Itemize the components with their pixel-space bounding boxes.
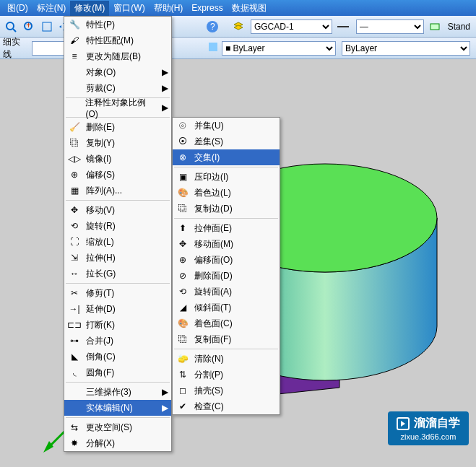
text-style-icon[interactable] bbox=[427, 18, 443, 35]
mi-separate[interactable]: ⇅分割(P) bbox=[173, 367, 280, 383]
separate-icon: ⇅ bbox=[176, 369, 190, 380]
mi-taper-face[interactable]: ◢倾斜面(T) bbox=[173, 300, 280, 315]
mi-fillet[interactable]: ◟圆角(F) bbox=[64, 365, 171, 380]
menu-bar: 图(D) 标注(N) 修改(M) 窗口(W) 帮助(H) Express 数据视… bbox=[0, 0, 476, 16]
mi-copy-edge[interactable]: ⿻复制边(D) bbox=[173, 201, 280, 217]
mi-change-space[interactable]: ⇆更改空间(S) bbox=[64, 419, 171, 435]
menu-dimension[interactable]: 标注(N) bbox=[33, 1, 71, 16]
linetype-brush-icon[interactable] bbox=[335, 18, 352, 35]
rotate-icon: ⟲ bbox=[67, 220, 82, 232]
imprint-icon: ▣ bbox=[176, 171, 190, 183]
help-icon[interactable]: ? bbox=[204, 18, 220, 35]
explode-icon: ✸ bbox=[67, 437, 82, 449]
mi-move[interactable]: ✥移动(V) bbox=[64, 202, 171, 218]
mi-change-bylayer[interactable]: ≡更改为随层(B) bbox=[64, 48, 171, 64]
menu-modify[interactable]: 修改(M) bbox=[70, 1, 109, 16]
mi-move-face[interactable]: ✥移动面(M) bbox=[173, 236, 280, 252]
join-icon: ⊶ bbox=[67, 335, 82, 346]
color-edge-icon: 🎨 bbox=[176, 187, 190, 198]
mi-intersect[interactable]: ⊗交集(I) bbox=[173, 149, 280, 165]
mi-lengthen[interactable]: ↔拉长(G) bbox=[64, 266, 171, 281]
mi-subtract[interactable]: ⦿差集(S) bbox=[173, 134, 280, 149]
mi-offset[interactable]: ⊕偏移(S) bbox=[64, 167, 171, 183]
check-icon: ✔ bbox=[176, 401, 190, 412]
menu-express[interactable]: Express bbox=[187, 1, 227, 14]
mi-copy-face[interactable]: ⿻复制面(F) bbox=[173, 331, 280, 347]
mi-join[interactable]: ⊶合并(J) bbox=[64, 333, 171, 349]
mi-stretch[interactable]: ⇲拉伸(H) bbox=[64, 250, 171, 266]
trim-icon: ✂ bbox=[67, 287, 82, 299]
union-icon: ⦾ bbox=[176, 120, 190, 131]
layer-select[interactable]: GGCAD-1 bbox=[251, 19, 332, 34]
delete-face-icon: ⊘ bbox=[176, 270, 190, 281]
mi-array[interactable]: ▦阵列(A)... bbox=[64, 183, 171, 198]
menu-dataview[interactable]: 数据视图 bbox=[228, 1, 271, 16]
mi-clip[interactable]: 剪裁(C)▶ bbox=[64, 80, 171, 96]
chamfer-icon: ◣ bbox=[67, 351, 82, 362]
mi-explode[interactable]: ✸分解(X) bbox=[64, 435, 171, 451]
submenu-arrow-icon: ▶ bbox=[162, 102, 168, 113]
mirror-icon: ◁▷ bbox=[67, 153, 82, 165]
mi-color-face[interactable]: 🎨着色面(C) bbox=[173, 315, 280, 331]
mi-union[interactable]: ⦾并集(U) bbox=[173, 118, 280, 134]
submenu-arrow-icon: ▶ bbox=[162, 67, 168, 77]
svg-text:+: + bbox=[26, 21, 31, 30]
mi-mirror[interactable]: ◁▷镜像(I) bbox=[64, 151, 171, 167]
mi-solid-editing[interactable]: 实体编辑(N)▶ bbox=[64, 400, 171, 416]
color-face-icon: 🎨 bbox=[176, 318, 190, 329]
mi-color-edge[interactable]: 🎨着色边(L) bbox=[173, 185, 280, 201]
mi-chamfer[interactable]: ◣倒角(C) bbox=[64, 349, 171, 365]
offset-icon: ⊕ bbox=[67, 169, 82, 180]
extend-icon: →| bbox=[67, 303, 82, 315]
zoom-extents-icon[interactable] bbox=[38, 18, 55, 35]
watermark-brand: 溜溜自学 bbox=[414, 416, 460, 431]
svg-text:?: ? bbox=[210, 22, 215, 32]
layer-icon[interactable] bbox=[230, 18, 246, 35]
color-select[interactable]: ■ ByLayer bbox=[222, 41, 336, 56]
zoom-window-icon[interactable] bbox=[3, 18, 20, 35]
mi-rotate-face[interactable]: ⟲旋转面(A) bbox=[173, 284, 280, 300]
intersect-icon: ⊗ bbox=[176, 152, 190, 163]
mi-break[interactable]: ⊏⊐打断(K) bbox=[64, 317, 171, 333]
mi-check[interactable]: ✔检查(C) bbox=[173, 398, 280, 414]
svg-rect-4 bbox=[43, 22, 51, 31]
menu-help[interactable]: 帮助(H) bbox=[150, 1, 188, 16]
copy-icon: ⿻ bbox=[67, 137, 82, 149]
fillet-icon: ◟ bbox=[67, 367, 82, 378]
color-prop-icon[interactable] bbox=[207, 41, 219, 55]
mi-properties[interactable]: 🔧特性(P) bbox=[64, 17, 171, 32]
mi-offset-face[interactable]: ⊕偏移面(O) bbox=[173, 252, 280, 268]
mi-trim[interactable]: ✂修剪(T) bbox=[64, 285, 171, 301]
mi-extrude-face[interactable]: ⬆拉伸面(E) bbox=[173, 220, 280, 236]
menu-window[interactable]: 窗口(W) bbox=[109, 1, 149, 16]
move-icon: ✥ bbox=[67, 204, 82, 216]
watermark-badge: 溜溜自学 zixue.3d66.com bbox=[388, 411, 469, 445]
mi-object[interactable]: 对象(O)▶ bbox=[64, 64, 171, 80]
mi-erase[interactable]: 🧹删除(E) bbox=[64, 119, 171, 135]
bylayer-icon: ≡ bbox=[67, 51, 82, 62]
lengthen-icon: ↔ bbox=[67, 268, 82, 279]
mi-imprint-edge[interactable]: ▣压印边(I) bbox=[173, 169, 280, 185]
mi-copy[interactable]: ⿻复制(Y) bbox=[64, 135, 171, 151]
mi-delete-face[interactable]: ⊘删除面(D) bbox=[173, 268, 280, 284]
mi-extend[interactable]: →|延伸(D) bbox=[64, 301, 171, 317]
dash-select[interactable]: — bbox=[356, 19, 424, 34]
mi-rotate[interactable]: ⟲旋转(R) bbox=[64, 218, 171, 234]
menu-draw[interactable]: 图(D) bbox=[3, 1, 33, 16]
mi-clean[interactable]: 🧽清除(N) bbox=[173, 351, 280, 367]
svg-line-1 bbox=[13, 29, 16, 32]
mi-shell[interactable]: ◻抽壳(S) bbox=[173, 383, 280, 398]
zoom-plus-icon[interactable]: + bbox=[21, 18, 38, 35]
text-style-button[interactable]: Stand bbox=[445, 20, 473, 33]
mi-3d-ops[interactable]: 三维操作(3)▶ bbox=[64, 384, 171, 400]
submenu-arrow-icon: ▶ bbox=[162, 387, 168, 397]
mi-annotative-scale[interactable]: 注释性对象比例(O)▶ bbox=[64, 100, 171, 115]
watermark-url: zixue.3d66.com bbox=[400, 432, 456, 441]
mi-match-properties[interactable]: 🖌特性匹配(M) bbox=[64, 32, 171, 48]
copy-face-icon: ⿻ bbox=[176, 333, 190, 345]
linetype-label: 细实线 bbox=[3, 36, 29, 61]
lineweight-select[interactable]: ByLayer bbox=[342, 41, 470, 56]
rotate-face-icon: ⟲ bbox=[176, 286, 190, 297]
svg-rect-9 bbox=[209, 43, 217, 51]
mi-scale[interactable]: ⛶缩放(L) bbox=[64, 234, 171, 250]
